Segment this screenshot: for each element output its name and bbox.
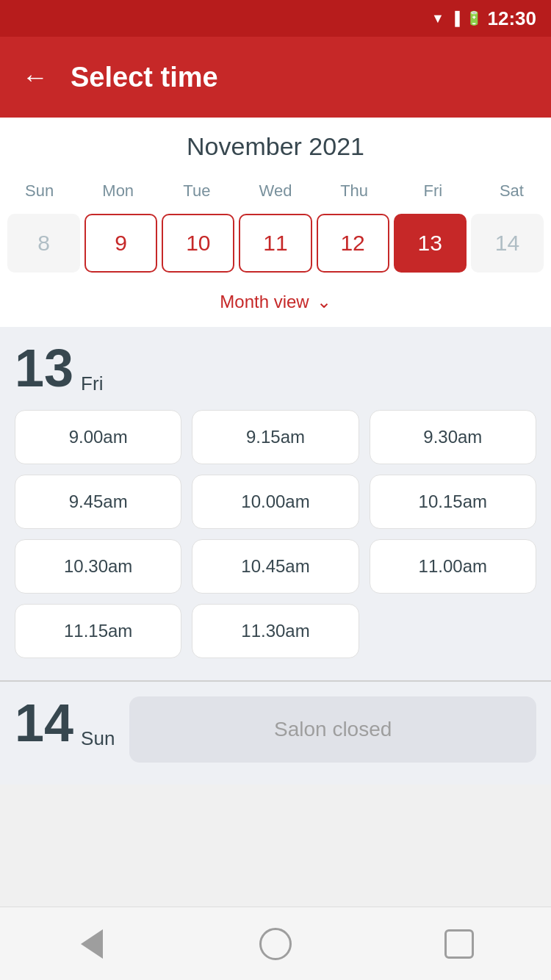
weekdays-row: Sun Mon Tue Wed Thu Fri Sat [0, 176, 551, 206]
home-circle-icon [259, 928, 292, 960]
status-icons: ▼ ▐ 🔋 12:30 [431, 7, 536, 30]
day-9[interactable]: 9 [84, 214, 157, 273]
time-slot-915am[interactable]: 9.15am [192, 410, 359, 464]
salon-closed-label: Salon closed [129, 696, 536, 763]
time-slot-930am[interactable]: 9.30am [370, 410, 536, 464]
calendar-section: November 2021 Sun Mon Tue Wed Thu Fri Sa… [0, 118, 551, 327]
nav-bar [0, 907, 551, 980]
nav-home-button[interactable] [257, 926, 294, 962]
month-year-label: November 2021 [0, 132, 551, 161]
month-view-label: Month view [220, 292, 309, 312]
weekday-sat: Sat [472, 176, 551, 206]
day-14: 14 [471, 214, 544, 273]
status-time: 12:30 [488, 7, 537, 30]
time-slot-1100am[interactable]: 11.00am [370, 539, 536, 594]
time-section-13: 13 Fri 9.00am 9.15am 9.30am 9.45am 10.00… [0, 327, 551, 680]
nav-recent-button[interactable] [441, 926, 478, 962]
weekday-wed: Wed [236, 176, 314, 206]
day-8: 8 [7, 214, 80, 273]
back-button[interactable]: ← [22, 62, 48, 93]
day-13-name: Fri [81, 372, 103, 395]
back-triangle-icon [81, 929, 103, 959]
recent-square-icon [444, 929, 474, 959]
signal-icon: ▐ [450, 11, 460, 26]
time-slot-1030am[interactable]: 10.30am [15, 539, 181, 594]
weekday-tue: Tue [157, 176, 236, 206]
time-slot-945am[interactable]: 9.45am [15, 475, 181, 529]
day-14-header: 14 Sun [15, 696, 115, 750]
day-14-row: 14 Sun Salon closed [15, 696, 536, 763]
day-13[interactable]: 13 [394, 214, 467, 273]
time-slot-1000am[interactable]: 10.00am [192, 475, 359, 529]
status-bar: ▼ ▐ 🔋 12:30 [0, 0, 551, 37]
weekday-sun: Sun [0, 176, 79, 206]
time-slot-1130am[interactable]: 11.30am [192, 604, 359, 658]
weekday-mon: Mon [79, 176, 157, 206]
wifi-icon: ▼ [431, 11, 444, 26]
weekday-fri: Fri [394, 176, 472, 206]
day-13-number: 13 [15, 342, 73, 394]
header-title: Select time [71, 62, 218, 93]
days-row: 8 9 10 11 12 13 14 [0, 214, 551, 273]
battery-icon: 🔋 [466, 10, 482, 26]
time-slot-1045am[interactable]: 10.45am [192, 539, 359, 594]
chevron-down-icon: ⌄ [317, 292, 331, 312]
day-11[interactable]: 11 [239, 214, 311, 273]
day-13-header: 13 Fri [15, 342, 536, 395]
day-12[interactable]: 12 [317, 214, 389, 273]
time-slot-1015am[interactable]: 10.15am [370, 475, 536, 529]
time-slot-1115am[interactable]: 11.15am [15, 604, 181, 658]
day-10[interactable]: 10 [162, 214, 234, 273]
month-view-toggle[interactable]: Month view ⌄ [0, 280, 551, 327]
weekday-thu: Thu [315, 176, 394, 206]
time-slot-900am[interactable]: 9.00am [15, 410, 181, 464]
day-14-number: 14 [15, 696, 73, 749]
header: ← Select time [0, 37, 551, 118]
closed-section-14: 14 Sun Salon closed [0, 682, 551, 785]
nav-back-button[interactable] [73, 926, 110, 962]
time-slots-grid: 9.00am 9.15am 9.30am 9.45am 10.00am 10.1… [15, 410, 536, 658]
day-14-name: Sun [81, 727, 115, 750]
